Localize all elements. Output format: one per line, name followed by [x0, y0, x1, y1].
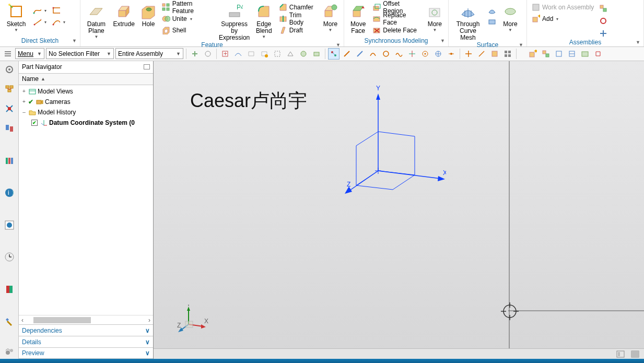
t2-btn-5[interactable]: [245, 48, 257, 60]
svg-line-67: [479, 51, 484, 56]
t2-btn-28[interactable]: [566, 48, 578, 60]
delete-face-button[interactable]: Delete Face: [371, 25, 422, 36]
folder-icon: [28, 108, 37, 116]
move-face-icon: [350, 3, 367, 20]
datum-csys-widget[interactable]: Y X Z: [331, 82, 446, 197]
suppress-by-expression-button[interactable]: P4 Suppress by Expression: [217, 2, 251, 41]
resource-tab-info[interactable]: i: [2, 185, 17, 200]
surface-more-button[interactable]: More▼: [499, 2, 522, 32]
resource-tab-render[interactable]: [2, 282, 17, 297]
section-dependencies[interactable]: Dependencies∨: [19, 324, 153, 336]
part-navigator-title: Part Navigator: [22, 63, 62, 71]
surface-tool-2[interactable]: [486, 17, 498, 27]
t2-btn-13[interactable]: [354, 48, 366, 60]
t2-btn-14[interactable]: [367, 48, 379, 60]
resource-tab-reuse[interactable]: [2, 121, 17, 136]
datum-cs-checkbox[interactable]: ✔: [31, 120, 38, 126]
tree-row-datum-cs[interactable]: ✔Datum Coordinate System (0: [19, 118, 153, 128]
sketch-curve-tool-1[interactable]: ▾: [31, 5, 48, 16]
group-expand-feature[interactable]: ▼: [336, 42, 341, 48]
t2-btn-29[interactable]: [579, 48, 591, 60]
draft-button[interactable]: Draft: [277, 25, 318, 36]
graphics-viewport[interactable]: Caesar卢尚宇 Y X Z: [154, 61, 644, 359]
sketch-rect-tool[interactable]: [50, 5, 67, 16]
t2-btn-23[interactable]: [489, 48, 500, 60]
t2-btn-16[interactable]: [393, 48, 405, 60]
t2-btn-4[interactable]: [232, 48, 244, 60]
t2-btn-30[interactable]: [592, 48, 604, 60]
tree-row-model-history[interactable]: –Model History: [19, 107, 153, 118]
t2-btn-1[interactable]: [189, 48, 201, 60]
t2-btn-21[interactable]: [463, 48, 474, 60]
surface-tool-1[interactable]: [486, 5, 498, 16]
offset-region-button[interactable]: Offset Region: [371, 2, 422, 13]
resource-tab-mfg[interactable]: [2, 344, 17, 359]
pattern-feature-button[interactable]: Pattern Feature: [160, 2, 216, 13]
navigator-hscroll[interactable]: ‹›: [19, 315, 153, 324]
edge-blend-button[interactable]: Edge Blend▼: [252, 2, 276, 39]
through-curve-mesh-button[interactable]: Through Curve Mesh: [451, 2, 485, 41]
t2-btn-19[interactable]: [432, 48, 444, 60]
section-details[interactable]: Details∨: [19, 336, 153, 347]
shell-button[interactable]: Shell: [160, 25, 216, 36]
sketch-button[interactable]: Sketch ▼: [2, 2, 30, 32]
group-expand-assemblies[interactable]: ▼: [636, 40, 640, 45]
resource-tab-part-nav[interactable]: [2, 82, 17, 97]
t2-btn-20[interactable]: [446, 48, 457, 60]
t2-btn-9[interactable]: [298, 48, 309, 60]
menu-dropdown[interactable]: Menu▼: [15, 48, 44, 59]
t2-btn-18[interactable]: [419, 48, 431, 60]
feature-more-button[interactable]: More▼: [319, 2, 342, 32]
t2-btn-25[interactable]: ✦: [527, 48, 538, 60]
resource-tab-history[interactable]: [2, 250, 17, 264]
resource-tab-constraint[interactable]: [2, 101, 17, 116]
datum-plane-button[interactable]: Datum Plane▼: [83, 2, 110, 39]
t2-btn-26[interactable]: [540, 48, 552, 60]
selection-scope-combo[interactable]: Entire Assembly▼: [115, 48, 183, 59]
t2-btn-8[interactable]: [285, 48, 296, 60]
group-expand-surface[interactable]: ▼: [519, 42, 523, 48]
status-btn-1[interactable]: [615, 348, 626, 360]
t2-btn-24[interactable]: [502, 48, 513, 60]
t2-btn-3[interactable]: +: [219, 48, 231, 60]
group-expand-sync[interactable]: ▼: [440, 38, 445, 43]
sketch-arc-tool[interactable]: ▾: [50, 17, 67, 27]
asm-tool-2[interactable]: [598, 16, 609, 26]
asm-tool-1[interactable]: [598, 3, 609, 14]
t2-btn-27[interactable]: [553, 48, 565, 60]
t2-btn-6[interactable]: [259, 48, 270, 60]
t2-btn-15[interactable]: [380, 48, 392, 60]
trim-body-button[interactable]: Trim Body: [277, 14, 318, 24]
extrude-button[interactable]: Extrude: [110, 2, 138, 28]
tree-row-cameras[interactable]: +✔Cameras: [19, 97, 153, 107]
selection-filter-combo[interactable]: No Selection Filter▼: [46, 48, 114, 59]
status-btn-2[interactable]: [629, 348, 641, 360]
t2-btn-10[interactable]: [311, 48, 322, 60]
column-header-name[interactable]: Name▲: [19, 74, 153, 85]
move-face-button[interactable]: Move Face: [346, 2, 370, 34]
resource-tab-books[interactable]: [2, 154, 17, 168]
t2-btn-12[interactable]: [341, 48, 353, 60]
resource-tab-web[interactable]: [2, 218, 17, 232]
t2-btn-22[interactable]: [476, 48, 487, 60]
unite-button[interactable]: Unite▾: [160, 14, 216, 24]
menu-finder-icon-button[interactable]: [2, 48, 14, 60]
group-expand-direct-sketch[interactable]: ▼: [72, 38, 77, 43]
t2-btn-7[interactable]: [272, 48, 283, 60]
section-preview[interactable]: Preview∨: [19, 347, 153, 359]
t2-btn-2[interactable]: [202, 48, 214, 60]
chamfer-button[interactable]: Chamfer: [277, 2, 318, 13]
sync-more-button[interactable]: More▼: [424, 2, 446, 32]
add-button[interactable]: ✦Add▾: [530, 14, 595, 24]
resource-tab-tool[interactable]: [2, 314, 17, 329]
t2-btn-11[interactable]: [328, 48, 339, 60]
sketch-curve-tool-2[interactable]: ▾: [31, 17, 48, 27]
replace-face-button[interactable]: Replace Face: [371, 14, 422, 24]
tree-row-model-views[interactable]: +Model Views: [19, 86, 153, 97]
panel-maximize-button[interactable]: [144, 64, 150, 69]
t2-btn-17[interactable]: [406, 48, 418, 60]
hole-button[interactable]: Hole: [138, 2, 159, 28]
work-on-assembly-button[interactable]: Work on Assembly: [530, 2, 595, 13]
asm-tool-3[interactable]: [598, 28, 609, 39]
resource-tab-settings[interactable]: [2, 62, 17, 77]
